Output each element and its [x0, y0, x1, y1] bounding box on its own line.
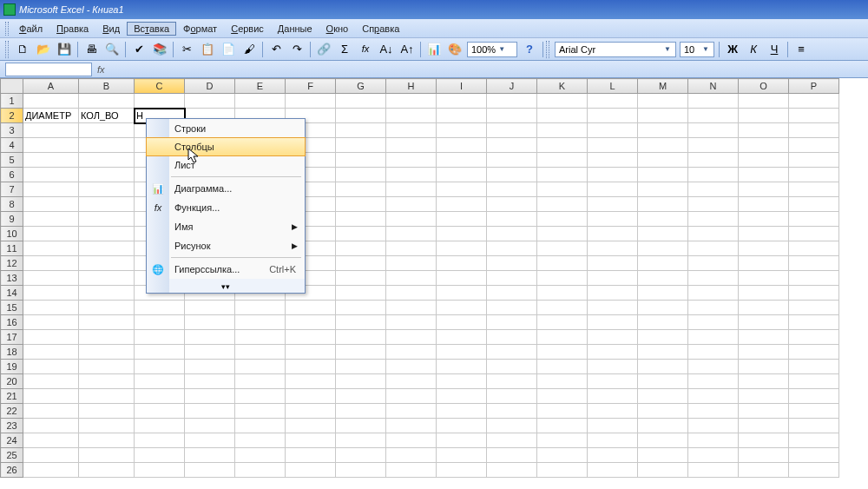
cell-O20[interactable] — [739, 374, 789, 389]
cell-B9[interactable] — [79, 212, 135, 227]
select-all-corner[interactable] — [1, 79, 23, 94]
cell-F16[interactable] — [286, 315, 336, 330]
cell-J8[interactable] — [487, 197, 537, 212]
cell-H1[interactable] — [386, 94, 437, 109]
menuitem-строки[interactable]: Строки — [147, 119, 305, 138]
cell-K1[interactable] — [537, 94, 588, 109]
cell-I17[interactable] — [437, 330, 487, 345]
cell-H19[interactable] — [386, 360, 437, 374]
cell-G24[interactable] — [336, 433, 386, 448]
row-header-7[interactable]: 7 — [1, 182, 23, 197]
cell-L9[interactable] — [588, 212, 638, 227]
cell-D20[interactable] — [185, 374, 235, 389]
menu-файл[interactable]: Файл — [12, 22, 49, 36]
cell-O16[interactable] — [739, 315, 789, 330]
cell-J3[interactable] — [487, 123, 537, 138]
copy-button[interactable]: 📋 — [198, 40, 217, 59]
cell-B2[interactable]: КОЛ_ВО — [79, 109, 135, 123]
cell-K11[interactable] — [537, 241, 588, 256]
cell-B5[interactable] — [79, 153, 135, 168]
row-header-11[interactable]: 11 — [1, 241, 23, 256]
cell-M1[interactable] — [638, 94, 688, 109]
cell-K12[interactable] — [537, 256, 588, 271]
cell-B18[interactable] — [79, 345, 135, 360]
row-header-15[interactable]: 15 — [1, 301, 23, 315]
cell-G6[interactable] — [336, 168, 386, 182]
cell-G13[interactable] — [336, 271, 386, 286]
cell-M7[interactable] — [638, 182, 688, 197]
cell-A13[interactable] — [23, 271, 79, 286]
cell-K3[interactable] — [537, 123, 588, 138]
cell-G12[interactable] — [336, 256, 386, 271]
cell-I5[interactable] — [437, 153, 487, 168]
cell-G25[interactable] — [336, 448, 386, 463]
cell-C26[interactable] — [135, 463, 185, 478]
cell-L3[interactable] — [588, 123, 638, 138]
row-header-24[interactable]: 24 — [1, 433, 23, 448]
cell-H15[interactable] — [386, 301, 437, 315]
cell-P14[interactable] — [789, 286, 839, 301]
column-header-E[interactable]: E — [235, 79, 286, 94]
cell-E24[interactable] — [235, 433, 286, 448]
cell-D22[interactable] — [185, 404, 235, 419]
cell-P4[interactable] — [789, 138, 839, 153]
cell-H13[interactable] — [386, 271, 437, 286]
cell-J9[interactable] — [487, 212, 537, 227]
cell-I8[interactable] — [437, 197, 487, 212]
column-header-B[interactable]: B — [79, 79, 135, 94]
cell-H2[interactable] — [386, 109, 437, 123]
cell-H26[interactable] — [386, 463, 437, 478]
menu-сервис[interactable]: Сервис — [224, 22, 271, 36]
cell-P19[interactable] — [789, 360, 839, 374]
cell-P5[interactable] — [789, 153, 839, 168]
cell-B4[interactable] — [79, 138, 135, 153]
cell-G11[interactable] — [336, 241, 386, 256]
cell-M8[interactable] — [638, 197, 688, 212]
cell-E16[interactable] — [235, 315, 286, 330]
cell-H17[interactable] — [386, 330, 437, 345]
cell-O19[interactable] — [739, 360, 789, 374]
row-header-6[interactable]: 6 — [1, 168, 23, 182]
cell-G19[interactable] — [336, 360, 386, 374]
cell-B10[interactable] — [79, 227, 135, 241]
cell-H12[interactable] — [386, 256, 437, 271]
cell-G22[interactable] — [336, 404, 386, 419]
cell-K2[interactable] — [537, 109, 588, 123]
cell-K10[interactable] — [537, 227, 588, 241]
cell-L11[interactable] — [588, 241, 638, 256]
cell-O24[interactable] — [739, 433, 789, 448]
spelling-button[interactable]: ✔ — [129, 40, 148, 59]
cell-G9[interactable] — [336, 212, 386, 227]
cell-M15[interactable] — [638, 301, 688, 315]
row-header-22[interactable]: 22 — [1, 404, 23, 419]
cell-B11[interactable] — [79, 241, 135, 256]
cell-E1[interactable] — [235, 94, 286, 109]
cell-B20[interactable] — [79, 374, 135, 389]
cell-A17[interactable] — [23, 330, 79, 345]
menuitem-столбцы[interactable]: Столбцы — [146, 137, 306, 156]
cell-M25[interactable] — [638, 448, 688, 463]
cell-N9[interactable] — [688, 212, 739, 227]
cell-A19[interactable] — [23, 360, 79, 374]
cell-A21[interactable] — [23, 389, 79, 404]
cell-N22[interactable] — [688, 404, 739, 419]
cell-K25[interactable] — [537, 448, 588, 463]
cell-I20[interactable] — [437, 374, 487, 389]
cell-P24[interactable] — [789, 433, 839, 448]
cell-F24[interactable] — [286, 433, 336, 448]
cell-B23[interactable] — [79, 419, 135, 433]
cell-G8[interactable] — [336, 197, 386, 212]
cell-I3[interactable] — [437, 123, 487, 138]
cell-N18[interactable] — [688, 345, 739, 360]
cell-L12[interactable] — [588, 256, 638, 271]
menuitem-лист[interactable]: Лист — [147, 155, 305, 175]
cell-G20[interactable] — [336, 374, 386, 389]
drawing-button[interactable]: 🎨 — [445, 40, 464, 59]
cell-G2[interactable] — [336, 109, 386, 123]
cell-P11[interactable] — [789, 241, 839, 256]
cell-I9[interactable] — [437, 212, 487, 227]
cell-A1[interactable] — [23, 94, 79, 109]
cell-F25[interactable] — [286, 448, 336, 463]
cell-J17[interactable] — [487, 330, 537, 345]
cell-M11[interactable] — [638, 241, 688, 256]
